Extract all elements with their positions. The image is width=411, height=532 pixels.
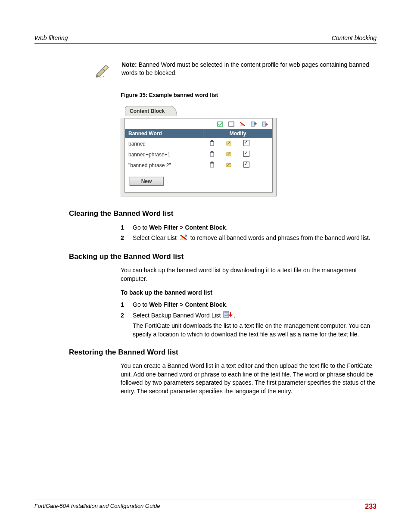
svg-rect-5 [210, 142, 214, 146]
svg-rect-6 [210, 141, 214, 142]
edit-icon[interactable] [221, 162, 238, 168]
header-left: Web filtering [34, 34, 68, 41]
note-body: Banned Word must be selected in the cont… [121, 61, 369, 76]
svg-rect-4 [262, 122, 266, 126]
note-label: Note: [121, 61, 137, 68]
note-icon [95, 62, 115, 80]
menu-path: Web Filter > Content Block [149, 301, 226, 308]
svg-rect-10 [210, 152, 214, 152]
step: Go to Web Filter > Content Block. [121, 300, 377, 309]
enable-checkbox[interactable] [238, 151, 255, 158]
note-text: Note: Banned Word must be selected in th… [121, 61, 377, 77]
menu-path: Web Filter > Content Block [149, 224, 226, 231]
svg-rect-1 [229, 122, 234, 126]
step-continuation: The FortiGate unit downloads the list to… [133, 321, 377, 339]
edit-icon[interactable] [221, 140, 238, 147]
page-number: 233 [365, 503, 377, 510]
svg-rect-15 [211, 162, 213, 162]
svg-rect-9 [210, 152, 214, 156]
table-row: banned [125, 138, 272, 149]
backing-intro: You can back up the banned word list by … [121, 266, 377, 283]
th-banned-word: Banned Word [125, 129, 203, 138]
th-modify: Modify [203, 129, 272, 138]
svg-rect-14 [210, 162, 214, 163]
delete-icon[interactable] [203, 162, 221, 169]
delete-icon[interactable] [203, 140, 221, 147]
tab-content-block[interactable]: Content Block [125, 106, 177, 116]
enable-checkbox[interactable] [238, 162, 255, 169]
note-block: Note: Banned Word must be selected in th… [95, 61, 377, 80]
table-header: Banned Word Modify [125, 129, 272, 138]
svg-rect-7 [211, 140, 213, 141]
header-right: Content blocking [332, 34, 377, 41]
panel-toolbar [125, 118, 272, 129]
uncheck-all-icon[interactable] [227, 121, 235, 127]
heading-backing: Backing up the Banned Word list [69, 252, 377, 261]
download-icon[interactable] [261, 121, 269, 127]
proc-heading: To back up the banned word list [121, 289, 377, 296]
upload-icon[interactable] [250, 121, 258, 127]
heading-clearing: Clearing the Banned Word list [69, 209, 377, 218]
backup-list-icon [223, 311, 233, 320]
clear-list-icon[interactable] [239, 121, 246, 127]
page-footer: FortiGate-50A Installation and Configura… [34, 500, 377, 510]
heading-restoring: Restoring the Banned Word list [69, 348, 377, 357]
delete-icon[interactable] [203, 151, 221, 158]
table-row: banned+phrase+1 [125, 149, 272, 160]
svg-rect-13 [210, 163, 214, 167]
svg-rect-0 [218, 122, 223, 126]
table-row: "banned phrase 2" [125, 160, 272, 171]
figure-caption: Figure 35: Example banned word list [121, 92, 377, 98]
row-word: banned+phrase+1 [125, 152, 203, 158]
steps-clearing: Go to Web Filter > Content Block. Select… [121, 223, 377, 243]
clear-list-icon [179, 234, 188, 243]
check-all-icon[interactable] [216, 121, 224, 127]
svg-rect-18 [224, 311, 229, 317]
svg-rect-11 [211, 151, 213, 152]
row-word: "banned phrase 2" [125, 162, 203, 168]
step: Select Clear List to remove all banned w… [121, 233, 377, 243]
running-header: Web filtering Content blocking [34, 34, 377, 44]
step: Select Backup Banned Word List . The For… [121, 311, 377, 339]
restoring-body: You can create a Banned Word list in a t… [121, 362, 377, 395]
figure-panel: Content Block Banned Word Modify banned [121, 103, 377, 196]
row-word: banned [125, 141, 203, 147]
edit-icon[interactable] [221, 151, 238, 158]
step: Go to Web Filter > Content Block. [121, 223, 377, 232]
enable-checkbox[interactable] [238, 140, 255, 147]
svg-rect-3 [251, 122, 255, 126]
steps-backing: Go to Web Filter > Content Block. Select… [121, 300, 377, 339]
footer-guide: FortiGate-50A Installation and Configura… [34, 503, 160, 510]
new-button[interactable]: New [129, 177, 164, 186]
